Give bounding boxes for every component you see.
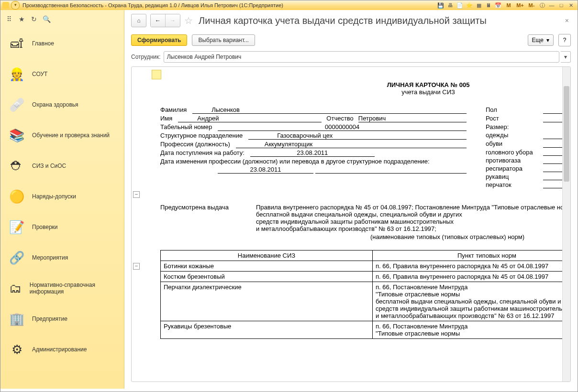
maximize-icon[interactable]: □ [557,1,565,9]
nav-siz[interactable]: ⛑СИЗ и СиОС [0,151,124,181]
nav-label: Мероприятия [32,254,68,261]
nav-back-forward: ← → [150,14,180,27]
window-titlebar: ▾ Производственная Безопасность - Охрана… [0,0,578,10]
people-icon: 👷 [8,65,25,83]
help-button[interactable]: ? [558,34,571,46]
name-label: Имя [160,115,172,122]
sidebar-tools: ⠿ ★ ↻ 🔍 [0,10,124,28]
prof-value: Аккумуляторщик [236,141,467,148]
issue-block: Предусмотрена выдача Правила внутреннего… [160,204,562,240]
issue-note: (наименование типовых (типовых отраслевы… [256,233,562,240]
left-column: ФамилияЛысенков ИмяАндрейОтчествоПетрови… [160,105,467,189]
collapse-toggle-icon[interactable]: – [133,191,140,198]
cell-norm: п. 66, Постановление Минтруда "Типовые о… [373,282,562,321]
nav-list: 🛋Главное 👷СОУТ 🩹Охрана здоровья 📚Обучени… [0,28,124,389]
print-icon[interactable]: 🖶 [446,1,454,9]
app-logo-icon [2,2,9,9]
doc-header: ЛИЧНАЯ КАРТОЧКА № 005 [387,81,470,88]
generate-button[interactable]: Сформировать [131,34,187,46]
cell-name: Ботинки кожаные [161,261,373,272]
surname-label: Фамилия [160,106,187,114]
history-dropdown-icon[interactable]: ▾ [11,1,20,10]
nav-label: Главное [32,40,54,47]
close-page-button[interactable]: × [563,17,571,24]
employee-input[interactable]: Лысенков Андрей Петрович [164,51,559,63]
nav-label: Предприятие [32,316,67,322]
memory-mplus[interactable]: M+ [515,1,525,9]
nav-ref[interactable]: 🗂Нормативно-справочная информация [0,273,124,304]
page-title: Личная карточка учета выдачи средств инд… [199,15,487,26]
toolbar: Сформировать Выбрать вариант... Еще▾ ? [124,31,578,49]
more-label: Еще [532,37,544,44]
hire-value: 23.08.2011 [250,149,375,157]
nav-checks[interactable]: 📝Проверки [0,212,124,242]
nav-main[interactable]: 🛋Главное [0,28,124,59]
nav-admin[interactable]: ⚙Администрирование [0,334,124,365]
window-title: Производственная Безопасность - Охрана Т… [22,2,436,8]
save-icon[interactable]: 💾 [437,1,445,9]
nav-events[interactable]: 🔗Мероприятия [0,242,124,273]
mitt-label: рукавиц [486,173,543,180]
content-area: ⌂ ← → ☆ Личная карточка учета выдачи сре… [124,10,578,389]
coin-icon: 🟡 [8,188,25,205]
nav-label: Нормативно-справочная информация [30,282,116,295]
change-value: 23.08.2011 [218,166,313,174]
issue-text: Правила внутреннего распорядка № 45 от 0… [256,204,562,232]
nav-sout[interactable]: 👷СОУТ [0,59,124,89]
document-scroll[interactable]: – – ЛИЧНАЯ КАРТОЧКА № 005 учета выдачи С… [132,67,562,381]
gear-icon: ⚙ [8,341,25,358]
prof-label: Профессия (должность) [160,141,230,148]
sex-label: Пол [486,106,543,114]
nav-label: Наряды-допуски [32,193,76,200]
favorite-icon[interactable]: ⭐ [466,1,473,9]
memory-m[interactable]: M [504,1,513,9]
chain-icon: 🔗 [8,249,25,266]
lamp-icon: 🛋 [8,35,25,52]
forward-button[interactable]: → [166,14,180,27]
calendar-icon[interactable]: 📅 [494,1,502,9]
head-value [543,149,562,156]
favorite-toggle-icon[interactable]: ☆ [184,15,193,26]
collapse-toggle-icon[interactable]: – [133,263,140,270]
info-icon[interactable]: ⓘ [538,1,546,9]
back-button[interactable]: ← [151,14,166,27]
table-row[interactable]: Костюм брезентовыйп. 66, Правила внутрен… [161,272,563,282]
cell-norm: п. 66, Правила внутреннего распорядка № … [373,261,562,272]
nav-health[interactable]: 🩹Охрана здоровья [0,89,124,120]
change-label: Дата изменения профессии (должности) или… [160,158,430,165]
document-viewport: – – ЛИЧНАЯ КАРТОЧКА № 005 учета выдачи С… [131,66,571,382]
apps-icon[interactable]: ▦ [475,1,483,9]
dept-label: Структурное подразделение [160,132,243,140]
cell-norm: п. 66, Постановление Минтруда "Типовые о… [373,321,562,339]
scrollbar-thumb[interactable] [564,86,569,182]
books-icon: 📚 [8,127,25,144]
memory-mminus[interactable]: M- [527,1,536,9]
height-value: 167 [543,115,562,122]
nav-company[interactable]: 🏢Предприятие [0,304,124,334]
more-dropdown[interactable]: Еще▾ [528,34,554,46]
history-icon[interactable]: ↻ [30,15,38,23]
choose-variant-button[interactable]: Выбрать вариант... [192,34,255,46]
nav-permits[interactable]: 🟡Наряды-допуски [0,181,124,212]
nav-label: СИЗ и СиОС [32,163,66,169]
table-row[interactable]: Перчатки диэлектрическиеп. 66, Постановл… [161,282,563,321]
nav-training[interactable]: 📚Обучение и проверка знаний [0,120,124,151]
minimize-icon[interactable]: — [548,1,556,9]
helmet-icon: ⛑ [8,157,25,174]
document-icon[interactable]: 📄 [456,1,464,9]
right-column: ПолМужс Рост167 Размер: одежды48 обуви42… [486,105,562,189]
calculator-icon[interactable]: 🖩 [485,1,492,9]
search-icon[interactable]: 🔍 [43,15,50,23]
table-row[interactable]: Ботинки кожаныеп. 66, Правила внутреннег… [161,261,563,272]
close-window-icon[interactable]: ✕ [567,1,575,9]
employee-dropdown-button[interactable]: ▾ [561,51,571,63]
table-row[interactable]: Рукавицы брезентовыеп. 66, Постановление… [161,321,563,339]
nav-label: Проверки [32,224,58,230]
check-icon: 📝 [8,218,25,236]
vertical-scrollbar[interactable] [562,67,570,381]
home-button[interactable]: ⌂ [131,14,146,27]
glove-value [543,181,562,188]
selection-marker [152,70,161,79]
menu-grid-icon[interactable]: ⠿ [5,15,13,23]
star-icon[interactable]: ★ [18,15,25,23]
